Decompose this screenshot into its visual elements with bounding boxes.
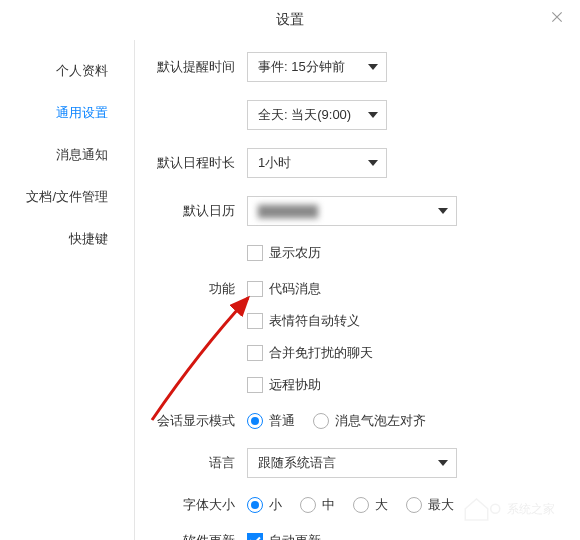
checkbox-label: 远程协助: [269, 376, 321, 394]
dropdown-icon: [438, 208, 448, 214]
radio-label: 大: [375, 496, 388, 514]
dropdown-icon: [438, 460, 448, 466]
dropdown-icon: [368, 160, 378, 166]
radio-label: 小: [269, 496, 282, 514]
checkbox-label: 代码消息: [269, 280, 321, 298]
radio-icon: [247, 413, 263, 429]
radio-label: 中: [322, 496, 335, 514]
checkbox-icon: [247, 533, 263, 540]
radio-font-large[interactable]: 大: [353, 496, 388, 514]
select-value: ▇▇▇▇▇▇: [258, 197, 318, 225]
checkbox-auto-update[interactable]: 自动更新: [247, 532, 321, 540]
checkbox-label: 显示农历: [269, 244, 321, 262]
checkbox-emoji-escape[interactable]: 表情符自动转义: [247, 312, 360, 330]
radio-label: 普通: [269, 412, 295, 430]
select-allday[interactable]: 全天: 当天(9:00): [247, 100, 387, 130]
dropdown-icon: [368, 64, 378, 70]
select-value: 跟随系统语言: [258, 455, 336, 470]
radio-chat-normal[interactable]: 普通: [247, 412, 295, 430]
checkbox-icon: [247, 281, 263, 297]
select-value: 全天: 当天(9:00): [258, 107, 351, 122]
label-language: 语言: [135, 454, 235, 472]
label-font-size: 字体大小: [135, 496, 235, 514]
settings-sidebar: 个人资料 通用设置 消息通知 文档/文件管理 快捷键: [0, 40, 135, 540]
label-chat-mode: 会话显示模式: [135, 412, 235, 430]
checkbox-remote-help[interactable]: 远程协助: [247, 376, 321, 394]
nav-profile[interactable]: 个人资料: [0, 50, 134, 92]
select-calendar[interactable]: ▇▇▇▇▇▇: [247, 196, 457, 226]
radio-icon: [406, 497, 422, 513]
radio-font-medium[interactable]: 中: [300, 496, 335, 514]
settings-content: 默认提醒时间 事件: 15分钟前 全天: 当天(9:00) 默认日程时长: [135, 40, 580, 540]
radio-label: 消息气泡左对齐: [335, 412, 426, 430]
checkbox-icon: [247, 345, 263, 361]
nav-shortcuts[interactable]: 快捷键: [0, 218, 134, 260]
radio-label: 最大: [428, 496, 454, 514]
label-duration: 默认日程时长: [135, 154, 235, 172]
close-button[interactable]: [550, 10, 568, 28]
nav-general[interactable]: 通用设置: [0, 92, 134, 134]
checkbox-label: 表情符自动转义: [269, 312, 360, 330]
label-reminder-time: 默认提醒时间: [135, 58, 235, 76]
dropdown-icon: [368, 112, 378, 118]
checkbox-lunar[interactable]: 显示农历: [247, 244, 321, 262]
select-value: 1小时: [258, 155, 291, 170]
checkbox-icon: [247, 377, 263, 393]
checkbox-icon: [247, 245, 263, 261]
radio-icon: [247, 497, 263, 513]
label-software-update: 软件更新: [135, 532, 235, 540]
label-features: 功能: [135, 280, 235, 298]
radio-chat-left[interactable]: 消息气泡左对齐: [313, 412, 426, 430]
select-reminder-time[interactable]: 事件: 15分钟前: [247, 52, 387, 82]
checkbox-code-msg[interactable]: 代码消息: [247, 280, 321, 298]
radio-icon: [353, 497, 369, 513]
radio-font-small[interactable]: 小: [247, 496, 282, 514]
close-icon: [550, 10, 564, 24]
checkbox-merge-dnd[interactable]: 合并免打扰的聊天: [247, 344, 373, 362]
checkbox-label: 自动更新: [269, 532, 321, 540]
checkbox-icon: [247, 313, 263, 329]
label-calendar: 默认日历: [135, 202, 235, 220]
radio-icon: [300, 497, 316, 513]
select-duration[interactable]: 1小时: [247, 148, 387, 178]
radio-icon: [313, 413, 329, 429]
select-language[interactable]: 跟随系统语言: [247, 448, 457, 478]
nav-files[interactable]: 文档/文件管理: [0, 176, 134, 218]
radio-font-xlarge[interactable]: 最大: [406, 496, 454, 514]
checkbox-label: 合并免打扰的聊天: [269, 344, 373, 362]
nav-notifications[interactable]: 消息通知: [0, 134, 134, 176]
dialog-title: 设置: [276, 11, 304, 29]
select-value: 事件: 15分钟前: [258, 59, 345, 74]
